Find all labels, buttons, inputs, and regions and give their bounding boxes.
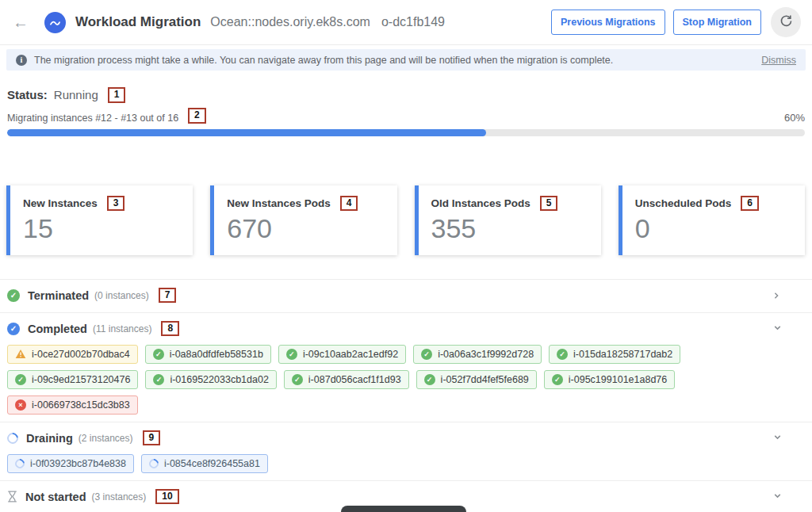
instance-id: i-0a06a3c1f9992d728 (438, 349, 534, 360)
status-value: Running (54, 88, 98, 101)
section-terminated: ✓ Terminated (0 instances) 7 (0, 279, 812, 312)
spinner-icon (147, 457, 161, 470)
card-new-instances-pods: New Instances Pods 4 670 (210, 185, 396, 255)
chevron-down-icon[interactable] (772, 322, 783, 336)
card-value: 355 (431, 214, 588, 243)
spinner-icon (13, 457, 27, 470)
instance-id: i-0854ce8f926455a81 (164, 458, 260, 469)
card-title: New Instances (23, 197, 98, 209)
migrating-text: Migrating instances #12 - #13 out of 16 (7, 113, 178, 124)
section-header-draining[interactable]: Draining (2 instances) 9 (7, 429, 805, 448)
status-block: Status: Running 1 Migrating instances #1… (0, 87, 812, 136)
card-title: Unscheduled Pods (635, 197, 732, 209)
section-completed: ✓ Completed (11 instances) 8 i-0ce27d002… (0, 312, 812, 422)
success-icon: ✓ (552, 374, 563, 385)
annotation-box-10: 10 (155, 489, 178, 505)
instance-id: i-0ce27d002b70dbac4 (32, 349, 130, 360)
instance-id: i-0f03923bc87b4e838 (30, 458, 126, 469)
check-circle-blue-icon: ✓ (7, 323, 20, 335)
spinner-icon (5, 430, 21, 446)
success-icon: ✓ (424, 374, 435, 385)
cluster-name: Ocean::nodes.oriy.ek8s.com (210, 15, 370, 29)
success-icon: ✓ (153, 374, 164, 385)
instance-id: i-0169522033cb1da02 (170, 374, 268, 385)
ocean-logo-icon (44, 12, 66, 33)
section-title: Draining (26, 432, 73, 445)
instance-chip[interactable]: ✓i-087d056cacf1f1d93 (284, 370, 409, 389)
refresh-button[interactable] (771, 7, 801, 37)
cluster-id: o-dc1fb149 (381, 15, 445, 29)
stop-migration-button[interactable]: Stop Migration (673, 10, 762, 35)
chips-completed: i-0ce27d002b70dbac4✓i-0a8a0dfdfeb58531b✓… (7, 345, 805, 415)
instance-chip[interactable]: i-0854ce8f926455a81 (141, 454, 268, 473)
chevron-right-icon[interactable] (771, 290, 785, 300)
back-arrow-icon[interactable]: ← (8, 13, 33, 32)
success-icon: ✓ (15, 374, 26, 385)
dismiss-link[interactable]: Dismiss (761, 55, 796, 66)
banner-text: The migration process might take a while… (34, 55, 613, 66)
page-title: Workload Migration (75, 14, 201, 30)
section-header-completed[interactable]: ✓ Completed (11 instances) 8 (7, 319, 805, 338)
progress-fill (7, 129, 486, 136)
instance-id: i-087d056cacf1f1d93 (308, 374, 401, 385)
info-icon: i (16, 55, 27, 66)
error-icon: × (15, 399, 26, 411)
instance-chip[interactable]: ✓i-09c9ed21573120476 (7, 370, 138, 389)
previous-migrations-button[interactable]: Previous Migrations (551, 10, 665, 35)
annotation-box-5: 5 (540, 196, 558, 212)
success-icon: ✓ (421, 349, 432, 360)
card-title: New Instances Pods (227, 197, 331, 209)
chips-draining: i-0f03923bc87b4e838i-0854ce8f926455a81 (7, 454, 805, 473)
instance-id: i-09c10aab2ac1edf92 (303, 349, 398, 360)
section-count: (3 instances) (92, 491, 147, 502)
migration-sections: ✓ Terminated (0 instances) 7 ✓ Completed… (0, 279, 812, 512)
partial-tooltip (341, 506, 466, 512)
progress-bar (7, 129, 805, 136)
card-title: Old Instances Pods (431, 197, 530, 209)
hourglass-icon (7, 491, 17, 502)
chevron-down-icon[interactable] (772, 431, 783, 445)
instance-chip[interactable]: ✓i-015da18258717dab2 (549, 345, 680, 364)
instance-chip[interactable]: ✓i-09c10aab2ac1edf92 (278, 345, 406, 364)
card-unscheduled-pods: Unscheduled Pods 6 0 (619, 185, 805, 255)
instance-id: i-052f7dd4fef5fe689 (441, 374, 529, 385)
success-icon: ✓ (557, 349, 568, 360)
annotation-box-3: 3 (107, 196, 125, 212)
section-header-not-started[interactable]: Not started (3 instances) 10 (7, 487, 805, 506)
status-label: Status: (7, 88, 48, 101)
card-value: 670 (227, 214, 384, 243)
section-count: (11 instances) (93, 323, 151, 334)
annotation-box-1: 1 (108, 87, 126, 103)
instance-chip[interactable]: i-0f03923bc87b4e838 (7, 454, 134, 473)
section-count: (0 instances) (94, 290, 149, 301)
refresh-icon (779, 13, 794, 31)
instance-chip[interactable]: ✓i-095c199101e1a8d76 (544, 370, 675, 389)
annotation-box-9: 9 (143, 430, 161, 446)
instance-chip[interactable]: ✓i-0a06a3c1f9992d728 (413, 345, 542, 364)
instance-id: i-0a8a0dfdfeb58531b (170, 349, 263, 360)
instance-id: i-09c9ed21573120476 (32, 374, 130, 385)
section-count: (2 instances) (79, 433, 133, 444)
annotation-box-8: 8 (161, 321, 179, 337)
section-title: Not started (25, 491, 86, 503)
section-header-terminated[interactable]: ✓ Terminated (0 instances) 7 (7, 286, 805, 305)
annotation-box-4: 4 (340, 196, 358, 212)
instance-chip[interactable]: ✓i-052f7dd4fef5fe689 (416, 370, 537, 389)
instance-chip[interactable]: ×i-00669738c15dc3b83 (7, 395, 138, 415)
chevron-down-icon[interactable] (772, 490, 783, 504)
success-icon: ✓ (292, 374, 303, 385)
annotation-box-7: 7 (159, 288, 177, 304)
stat-cards: New Instances 3 15 New Instances Pods 4 … (6, 185, 805, 255)
progress-percent: 60% (784, 112, 805, 124)
section-title: Terminated (28, 289, 89, 302)
instance-id: i-015da18258717dab2 (573, 349, 672, 360)
section-draining: Draining (2 instances) 9 i-0f03923bc87b4… (0, 422, 812, 480)
success-icon: ✓ (286, 349, 297, 360)
annotation-box-2: 2 (188, 108, 206, 124)
instance-chip[interactable]: ✓i-0169522033cb1da02 (145, 370, 276, 389)
instance-chip[interactable]: i-0ce27d002b70dbac4 (7, 345, 138, 364)
instance-id: i-095c199101e1a8d76 (569, 374, 667, 385)
card-new-instances: New Instances 3 15 (6, 185, 193, 255)
info-banner: i The migration process might take a whi… (6, 49, 806, 71)
instance-chip[interactable]: ✓i-0a8a0dfdfeb58531b (145, 345, 271, 364)
